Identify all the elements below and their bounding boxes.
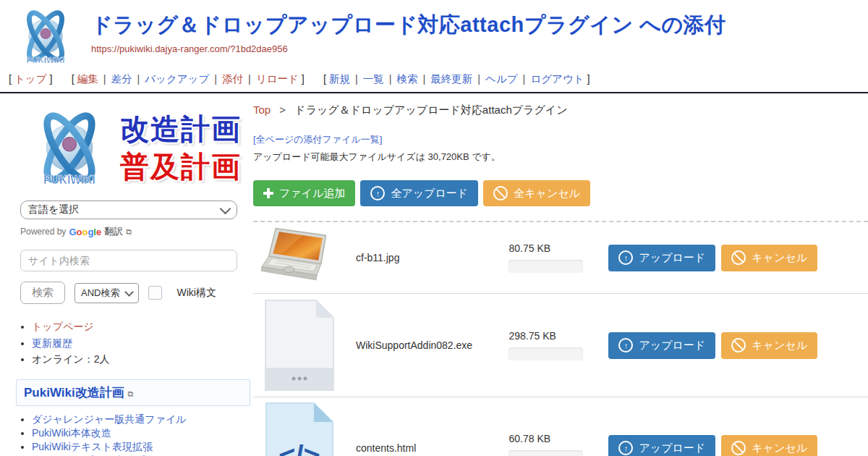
- google-letter: e: [96, 227, 101, 237]
- translate-link[interactable]: 翻訳: [104, 225, 123, 238]
- breadcrumb: Top > ドラッグ＆ドロップアップロード対応attachプラグイン: [253, 104, 868, 117]
- nav-item-edit[interactable]: 編集: [77, 73, 98, 85]
- nav-item-recent[interactable]: 最終更新: [430, 73, 472, 85]
- sidebar-item-update-history[interactable]: 更新履歴: [32, 337, 72, 349]
- google-logo: Google: [69, 227, 101, 237]
- nav-item-backup[interactable]: バックアップ: [145, 73, 209, 85]
- pukiwiki-logo-label: PUKIWIKI: [27, 56, 65, 64]
- sidebar-item-core-mod[interactable]: PukiWiki本体改造: [32, 427, 111, 439]
- file-row-actions: ↑ アップロード キャンセル: [608, 245, 817, 271]
- sidebar-item-text-ext[interactable]: PukiWikiテキスト表現拡張: [32, 441, 153, 452]
- add-files-label: ファイル追加: [279, 187, 345, 200]
- google-translate-credit: Powered by Google 翻訳 ⧉: [20, 225, 237, 238]
- file-row-actions: ↑ アップロード キャンセル: [608, 435, 817, 456]
- add-files-button[interactable]: ファイル追加: [253, 180, 355, 206]
- plus-icon: [263, 188, 273, 198]
- file-row-actions: ↑ アップロード キャンセル: [608, 332, 817, 359]
- list-item: PukiWikiテキスト表現拡張: [32, 441, 250, 453]
- pipe: |: [523, 73, 526, 85]
- file-name: cf-b11.jpg: [346, 252, 509, 263]
- upload-all-label: 全アップロード: [391, 187, 468, 200]
- bracket: ]: [587, 73, 590, 85]
- nav-item-top[interactable]: トップ: [14, 73, 47, 85]
- cancel-all-button[interactable]: 全キャンセル: [483, 180, 590, 206]
- sidebar-plugin-links: ダジャレンジャー版共通ファイル PukiWiki本体改造 PukiWikiテキス…: [0, 413, 250, 456]
- nav-item-attach[interactable]: 添付: [222, 73, 243, 85]
- top-navigation: [トップ] [編集|差分|バックアップ|添付|リロード] [新規|一覧|検索|最…: [0, 69, 868, 92]
- laptop-photo-thumbnail: [261, 226, 338, 290]
- nav-item-diff[interactable]: 差分: [111, 73, 132, 85]
- bracket: ]: [302, 73, 305, 85]
- upload-circle-icon: ↑: [618, 441, 633, 455]
- upload-button[interactable]: ↑ アップロード: [608, 245, 715, 271]
- main-content: Top > ドラッグ＆ドロップアップロード対応attachプラグイン [全ページ…: [250, 93, 868, 456]
- pipe: |: [214, 73, 217, 85]
- upload-button[interactable]: ↑ アップロード: [608, 332, 715, 359]
- list-item: トップページ: [32, 320, 250, 334]
- logo-word-fukyuu: 普及計画: [120, 151, 242, 182]
- pukiwiki-attach-page: PUKIWIKI ドラッグ＆ドロップアップロード対応attachプラグイン への…: [0, 0, 868, 456]
- max-upload-size-text: アップロード可能最大ファイルサイズは 30,720KB です。: [253, 151, 868, 164]
- pipe: |: [248, 73, 251, 85]
- nav-item-logout[interactable]: ログアウト: [530, 73, 584, 85]
- google-letter: G: [69, 227, 76, 237]
- cancel-button[interactable]: キャンセル: [721, 332, 817, 359]
- pukiwiki-atom-logo-icon: PUKIWIKI: [13, 4, 78, 68]
- wiki-syntax-checkbox[interactable]: [148, 286, 162, 300]
- external-link-icon: ⧉: [126, 227, 132, 237]
- page-url[interactable]: https://pukiwiki.dajya-ranger.com/?1bd2d…: [91, 43, 726, 54]
- external-link-icon: ⧉: [127, 389, 133, 398]
- sidebar-site-logo[interactable]: PUKIWIKI 改造計画 普及計画: [0, 104, 250, 192]
- file-meta: 60.78 KB: [509, 433, 597, 456]
- pipe: |: [477, 73, 480, 85]
- nav-item-list[interactable]: 一覧: [363, 73, 384, 85]
- chevron-down-icon: [220, 203, 231, 214]
- bracket: ]: [50, 73, 53, 85]
- search-mode-select[interactable]: AND検索: [75, 283, 139, 303]
- powered-by-label: Powered by: [20, 227, 66, 237]
- chevron-down-icon: [125, 287, 135, 297]
- wiki-syntax-label: Wiki構文: [176, 287, 216, 300]
- cancel-label: キャンセル: [752, 442, 807, 455]
- pipe: |: [103, 73, 106, 85]
- upload-label: アップロード: [639, 339, 705, 352]
- upload-all-button[interactable]: ↑ 全アップロード: [360, 180, 478, 206]
- upload-circle-icon: ↑: [618, 338, 633, 352]
- ban-icon: [731, 441, 746, 455]
- nav-item-help[interactable]: ヘルプ: [485, 73, 518, 85]
- breadcrumb-home[interactable]: Top: [253, 104, 271, 116]
- search-button[interactable]: 検索: [20, 282, 65, 304]
- all-attachments-link[interactable]: [全ページの添付ファイル一覧]: [253, 133, 868, 146]
- logo-word-kaizou: 改造計画: [120, 113, 242, 145]
- online-count: オンライン：2人: [32, 353, 109, 365]
- language-select[interactable]: 言語を選択: [20, 200, 237, 219]
- sidebar-quick-links: トップページ 更新履歴 オンライン：2人: [0, 320, 250, 366]
- upload-file-list: cf-b11.jpg 80.75 KB ↑ アップロード キャンセル: [253, 221, 868, 456]
- site-search-input[interactable]: [20, 250, 237, 271]
- upload-label: アップロード: [639, 251, 705, 265]
- ban-icon: [493, 186, 508, 200]
- cancel-label: キャンセル: [752, 339, 807, 352]
- file-name: WikiSupportAddin082.exe: [346, 339, 509, 351]
- nav-item-reload[interactable]: リロード: [256, 73, 299, 85]
- nav-group-page: [編集|差分|バックアップ|添付|リロード]: [69, 73, 307, 85]
- cancel-label: キャンセル: [752, 251, 807, 265]
- sidebar-item-toppage[interactable]: トップページ: [32, 321, 94, 332]
- cancel-all-label: 全キャンセル: [514, 187, 580, 200]
- language-select-value: 言語を選択: [28, 203, 79, 216]
- pukiwiki-logo-label: PUKIWIKI: [43, 174, 95, 186]
- nav-item-new[interactable]: 新規: [329, 73, 350, 85]
- pipe: |: [137, 73, 140, 85]
- pipe: |: [423, 73, 426, 85]
- cancel-button[interactable]: キャンセル: [721, 245, 817, 271]
- nav-item-search[interactable]: 検索: [397, 73, 418, 85]
- pipe: |: [389, 73, 392, 85]
- sidebar-item-common-files[interactable]: ダジャレンジャー版共通ファイル: [32, 413, 187, 425]
- upload-button[interactable]: ↑ アップロード: [608, 435, 715, 456]
- file-meta: 80.75 KB: [509, 242, 597, 273]
- ban-icon: [731, 250, 746, 265]
- search-mode-value: AND検索: [81, 287, 119, 300]
- sidebar-section-heading[interactable]: PukiWiki改造計画 ⧉: [16, 379, 250, 406]
- cancel-button[interactable]: キャンセル: [721, 435, 817, 456]
- file-size: 80.75 KB: [509, 242, 597, 254]
